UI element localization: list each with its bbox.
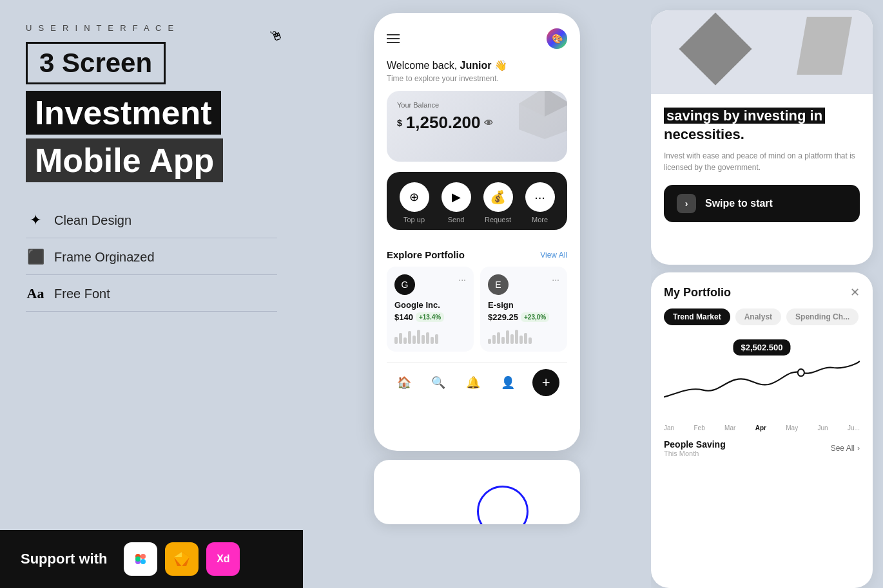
tab-spending-ch[interactable]: Spending Ch... <box>786 308 859 325</box>
frame-organized-label: Frame Orginazed <box>54 250 155 265</box>
view-all-link[interactable]: View All <box>540 251 567 260</box>
onboarding-card: savings by investing innecessities. Inve… <box>651 10 873 265</box>
free-font-label: Free Font <box>54 287 110 301</box>
send-icon: ▶ <box>442 182 471 212</box>
esign-name: E-sign <box>488 300 559 310</box>
nav-add-button[interactable]: + <box>532 369 559 396</box>
center-panel: 🎨 Welcome back, Junior 👋 Time to explore… <box>303 0 651 588</box>
title-mobileapp: Mobile App <box>26 138 223 182</box>
svg-point-4 <box>135 556 141 562</box>
people-saving-header: People Saving This Month See All › <box>664 439 860 457</box>
send-label: Send <box>448 216 465 223</box>
sparkle-icon <box>26 212 45 229</box>
feature-item-frame-organized: ⬛ Frame Orginazed <box>26 242 277 275</box>
font-icon: Aa <box>26 285 45 302</box>
see-all-arrow-icon: › <box>857 444 860 453</box>
partial-circle-decoration <box>477 486 529 524</box>
phone-header: 🎨 <box>387 28 567 49</box>
esign-logo: E <box>488 274 509 295</box>
this-month-label: This Month <box>664 450 726 457</box>
portfolio-detail-header: My Portfolio ✕ <box>664 285 860 299</box>
more-icon: ··· <box>525 182 555 212</box>
svg-point-3 <box>141 559 146 564</box>
explore-section-header: Explore Portfolio View All <box>387 249 567 260</box>
balance-card: Your Balance $ 1,250.200 👁 <box>387 91 567 162</box>
google-mini-chart <box>394 326 466 344</box>
portfolio-detail-title: My Portfolio <box>664 286 731 299</box>
nav-bell-icon[interactable]: 🔔 <box>463 373 483 392</box>
x-axis: Jan Feb Mar Apr May Jun Ju... <box>664 424 860 432</box>
avatar[interactable]: 🎨 <box>547 28 567 49</box>
left-panel: U S E R I N T E R F A C E 🖱 3 Screen Inv… <box>0 0 303 588</box>
tab-row: Trend Market Analyst Spending Ch... <box>664 308 860 325</box>
request-label: Request <box>485 216 511 223</box>
features-list: Clean Design ⬛ Frame Orginazed Aa Free F… <box>26 205 277 312</box>
feature-item-free-font: Aa Free Font <box>26 279 277 312</box>
hide-balance-icon[interactable]: 👁 <box>484 118 493 128</box>
portfolio-card-google[interactable]: G ··· Google Inc. $140 +13.4% <box>387 267 474 352</box>
google-change: +13.4% <box>416 312 444 322</box>
savings-sub: Invest with ease and peace of mind on a … <box>664 150 860 173</box>
nav-profile-icon[interactable]: 👤 <box>498 373 518 392</box>
portfolio-card-header: G ··· <box>394 274 466 295</box>
see-all-link[interactable]: See All › <box>831 444 860 453</box>
ui-label: U S E R I N T E R F A C E <box>26 23 277 33</box>
topup-label: Top up <box>403 216 425 223</box>
chart-area: $2,502.500 <box>664 334 860 418</box>
close-icon[interactable]: ✕ <box>850 285 860 299</box>
sketch-icon <box>165 542 199 576</box>
portfolio-grid: G ··· Google Inc. $140 +13.4% <box>387 267 567 352</box>
bottom-nav: 🏠 🔍 🔔 👤 + <box>387 362 567 396</box>
swipe-to-start-button[interactable]: › Swipe to start <box>664 185 860 222</box>
support-bar: Support with Xd <box>0 530 303 588</box>
welcome-text: Welcome back, Junior 👋 <box>387 59 567 71</box>
svg-point-1 <box>141 554 146 559</box>
swipe-arrow-icon: › <box>677 194 696 213</box>
screen-badge-wrapper: 🖱 3 Screen <box>26 42 277 84</box>
layers-icon: ⬛ <box>26 249 45 265</box>
cursor-icon: 🖱 <box>267 26 286 46</box>
onboarding-3d-art <box>651 10 873 94</box>
topup-icon: ⊕ <box>400 182 429 212</box>
portfolio-card-header-2: E ··· <box>488 274 559 295</box>
card-more-icon[interactable]: ··· <box>458 274 466 285</box>
tab-trend-market[interactable]: Trend Market <box>664 308 730 325</box>
actions-bar: ⊕ Top up ▶ Send 💰 Request ··· More <box>387 172 567 230</box>
3d-shape-dark <box>679 12 752 85</box>
portfolio-card-esign[interactable]: E ··· E-sign $229.25 +23,0% <box>480 267 567 352</box>
action-request[interactable]: 💰 Request <box>483 182 513 223</box>
nav-home-icon[interactable]: 🏠 <box>394 373 414 392</box>
action-send[interactable]: ▶ Send <box>442 182 471 223</box>
support-text: Support with <box>21 551 107 567</box>
right-panel: savings by investing innecessities. Inve… <box>651 0 883 588</box>
figma-icon <box>124 542 157 576</box>
esign-price: $229.25 +23,0% <box>488 312 559 322</box>
chart-tooltip: $2,502.500 <box>733 339 790 356</box>
more-label: More <box>532 216 548 223</box>
3d-shape-light <box>797 17 852 75</box>
title-investment: Investment <box>26 91 221 135</box>
phone-mockup: 🎨 Welcome back, Junior 👋 Time to explore… <box>374 13 580 451</box>
balance-3d-decoration <box>516 91 567 142</box>
card-more-icon-2[interactable]: ··· <box>552 274 559 285</box>
action-topup[interactable]: ⊕ Top up <box>400 182 429 223</box>
title-block: Investment Mobile App <box>26 91 277 182</box>
tab-analyst[interactable]: Analyst <box>735 308 781 325</box>
xd-icon: Xd <box>206 542 240 576</box>
clean-design-label: Clean Design <box>54 213 131 228</box>
welcome-sub: Time to explore your investment. <box>387 74 567 83</box>
esign-mini-chart <box>488 326 559 344</box>
portfolio-detail-card: My Portfolio ✕ Trend Market Analyst Spen… <box>651 272 873 588</box>
savings-title: savings by investing innecessities. <box>664 107 860 144</box>
nav-search-icon[interactable]: 🔍 <box>429 373 448 392</box>
action-more[interactable]: ··· More <box>525 182 555 223</box>
feature-item-clean-design: Clean Design <box>26 205 277 238</box>
request-icon: 💰 <box>483 182 513 212</box>
hamburger-icon[interactable] <box>387 34 400 43</box>
screen-badge: 3 Screen <box>26 42 166 84</box>
onboarding-content: savings by investing innecessities. Inve… <box>651 94 873 235</box>
partial-card <box>374 460 580 524</box>
google-name: Google Inc. <box>394 300 466 310</box>
google-logo: G <box>394 274 415 295</box>
support-icons: Xd <box>124 542 240 576</box>
